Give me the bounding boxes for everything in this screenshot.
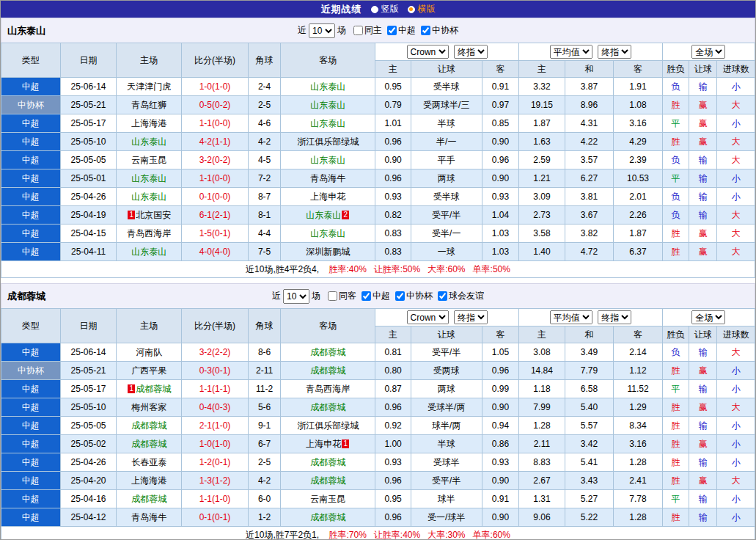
team-name[interactable]: 成都蓉城 bbox=[310, 457, 345, 467]
league-badge[interactable]: 中超 bbox=[1, 417, 61, 435]
team-name[interactable]: 成都蓉城 bbox=[310, 365, 345, 376]
team-name[interactable]: 青岛红狮 bbox=[131, 100, 166, 110]
team-name[interactable]: 深圳新鹏城 bbox=[306, 247, 350, 257]
league-badge[interactable]: 中超 bbox=[1, 343, 61, 362]
checkbox-input[interactable] bbox=[328, 291, 337, 301]
team-name[interactable]: 成都蓉城 bbox=[310, 402, 345, 412]
team-name[interactable]: 梅州客家 bbox=[131, 402, 166, 412]
match-score[interactable]: 1-2(0-1) bbox=[182, 453, 249, 472]
league-badge[interactable]: 中超 bbox=[1, 78, 61, 96]
checkbox-input[interactable] bbox=[387, 26, 397, 35]
team-name[interactable]: 上海申花 bbox=[310, 191, 345, 202]
team-name[interactable]: 山东泰山 bbox=[306, 210, 341, 220]
team-name[interactable]: 成都蓉城 bbox=[131, 494, 166, 504]
match-score[interactable]: 1-0(1-0) bbox=[182, 435, 249, 453]
team-name[interactable]: 山东泰山 bbox=[131, 247, 166, 257]
vertical-layout-radio[interactable]: 竖版 bbox=[371, 3, 399, 15]
final-index-select-2[interactable]: 终指 bbox=[598, 310, 631, 324]
match-score[interactable]: 1-1(1-0) bbox=[182, 490, 249, 508]
league-badge[interactable]: 中超 bbox=[1, 114, 61, 133]
final-index-select[interactable]: 终指 bbox=[454, 310, 488, 324]
team-name[interactable]: 上海申花 bbox=[306, 439, 341, 449]
match-score[interactable]: 0-4(0-3) bbox=[182, 398, 249, 417]
team-name[interactable]: 山东泰山 bbox=[131, 191, 166, 202]
team-name[interactable]: 青岛西海岸 bbox=[306, 384, 350, 394]
checkbox-input[interactable] bbox=[395, 291, 405, 301]
filter-checkbox[interactable]: 同客 bbox=[328, 290, 356, 302]
team-name[interactable]: 山东泰山 bbox=[310, 155, 345, 165]
league-badge[interactable]: 中超 bbox=[1, 225, 61, 243]
team-name[interactable]: 青岛海牛 bbox=[310, 173, 345, 183]
average-select[interactable]: 平均值 bbox=[550, 45, 592, 59]
team-name[interactable]: 成都蓉城 bbox=[136, 384, 171, 394]
league-badge[interactable]: 中协杯 bbox=[1, 362, 61, 380]
team-name[interactable]: 云南玉昆 bbox=[131, 155, 166, 165]
league-badge[interactable]: 中超 bbox=[1, 206, 61, 225]
match-score[interactable]: 1-5(0-1) bbox=[182, 225, 249, 243]
league-badge[interactable]: 中超 bbox=[1, 169, 61, 188]
team-name[interactable]: 上海海港 bbox=[131, 118, 166, 128]
filter-checkbox[interactable]: 球会友谊 bbox=[438, 290, 484, 302]
final-index-select-2[interactable]: 终指 bbox=[598, 45, 631, 59]
match-score[interactable]: 6-1(2-1) bbox=[182, 206, 249, 225]
team-name[interactable]: 长春亚泰 bbox=[131, 457, 166, 467]
filter-checkbox[interactable]: 同主 bbox=[353, 24, 382, 37]
team-name[interactable]: 山东泰山 bbox=[131, 173, 166, 183]
match-score[interactable]: 1-1(0-0) bbox=[182, 114, 249, 133]
team-name[interactable]: 青岛海牛 bbox=[131, 512, 166, 522]
team-name[interactable]: 广西平果 bbox=[131, 365, 166, 376]
match-count-select[interactable]: 10 bbox=[309, 23, 335, 38]
match-score[interactable]: 3-2(0-2) bbox=[182, 151, 249, 169]
match-score[interactable]: 1-3(1-2) bbox=[182, 472, 249, 490]
team-name[interactable]: 云南玉昆 bbox=[310, 494, 345, 504]
league-badge[interactable]: 中超 bbox=[1, 508, 61, 527]
team-name[interactable]: 浙江俱乐部绿城 bbox=[297, 136, 359, 147]
league-badge[interactable]: 中超 bbox=[1, 188, 61, 206]
match-score[interactable]: 0-5(0-2) bbox=[182, 96, 249, 114]
filter-checkbox[interactable]: 中协杯 bbox=[395, 290, 433, 302]
match-score[interactable]: 4-0(4-0) bbox=[182, 243, 249, 261]
team-name[interactable]: 北京国安 bbox=[136, 210, 171, 220]
horizontal-layout-radio[interactable]: 横版 bbox=[408, 3, 436, 15]
team-name[interactable]: 山东泰山 bbox=[310, 228, 345, 238]
match-score[interactable]: 1-1(1-1) bbox=[182, 380, 249, 398]
checkbox-input[interactable] bbox=[353, 26, 363, 35]
match-score[interactable]: 2-1(1-0) bbox=[182, 417, 249, 435]
team-name[interactable]: 浙江俱乐部绿城 bbox=[297, 420, 359, 431]
fullmatch-select[interactable]: 全场 bbox=[691, 310, 725, 324]
league-badge[interactable]: 中协杯 bbox=[1, 96, 61, 114]
bookmaker-select[interactable]: Crown bbox=[407, 310, 449, 324]
team-name[interactable]: 天津津门虎 bbox=[127, 81, 171, 92]
match-score[interactable]: 1-1(0-0) bbox=[182, 169, 249, 188]
match-score[interactable]: 0-1(0-0) bbox=[182, 188, 249, 206]
league-badge[interactable]: 中超 bbox=[1, 472, 61, 490]
team-name[interactable]: 山东泰山 bbox=[310, 118, 345, 128]
match-score[interactable]: 0-3(0-1) bbox=[182, 362, 249, 380]
match-score[interactable]: 3-2(2-2) bbox=[182, 343, 249, 362]
team-name[interactable]: 成都蓉城 bbox=[131, 439, 166, 449]
league-badge[interactable]: 中超 bbox=[1, 380, 61, 398]
checkbox-input[interactable] bbox=[438, 291, 447, 301]
league-badge[interactable]: 中超 bbox=[1, 151, 61, 169]
checkbox-input[interactable] bbox=[421, 26, 430, 35]
fullmatch-select[interactable]: 全场 bbox=[691, 45, 725, 59]
team-name[interactable]: 成都蓉城 bbox=[131, 420, 166, 431]
checkbox-input[interactable] bbox=[362, 291, 371, 301]
match-count-select[interactable]: 10 bbox=[283, 289, 309, 304]
team-name[interactable]: 成都蓉城 bbox=[310, 512, 345, 522]
team-name[interactable]: 青岛西海岸 bbox=[127, 228, 171, 238]
team-name[interactable]: 山东泰山 bbox=[310, 100, 345, 110]
filter-checkbox[interactable]: 中协杯 bbox=[421, 24, 458, 37]
team-name[interactable]: 山东泰山 bbox=[131, 136, 166, 147]
team-name[interactable]: 山东泰山 bbox=[310, 81, 345, 92]
league-badge[interactable]: 中超 bbox=[1, 243, 61, 261]
filter-checkbox[interactable]: 中超 bbox=[387, 24, 416, 37]
match-score[interactable]: 4-2(1-1) bbox=[182, 133, 249, 151]
team-name[interactable]: 成都蓉城 bbox=[310, 475, 345, 486]
league-badge[interactable]: 中超 bbox=[1, 453, 61, 472]
match-score[interactable]: 0-1(0-1) bbox=[182, 508, 249, 527]
final-index-select[interactable]: 终指 bbox=[454, 45, 488, 59]
match-score[interactable]: 1-0(1-0) bbox=[182, 78, 249, 96]
filter-checkbox[interactable]: 中超 bbox=[362, 290, 390, 302]
league-badge[interactable]: 中超 bbox=[1, 133, 61, 151]
